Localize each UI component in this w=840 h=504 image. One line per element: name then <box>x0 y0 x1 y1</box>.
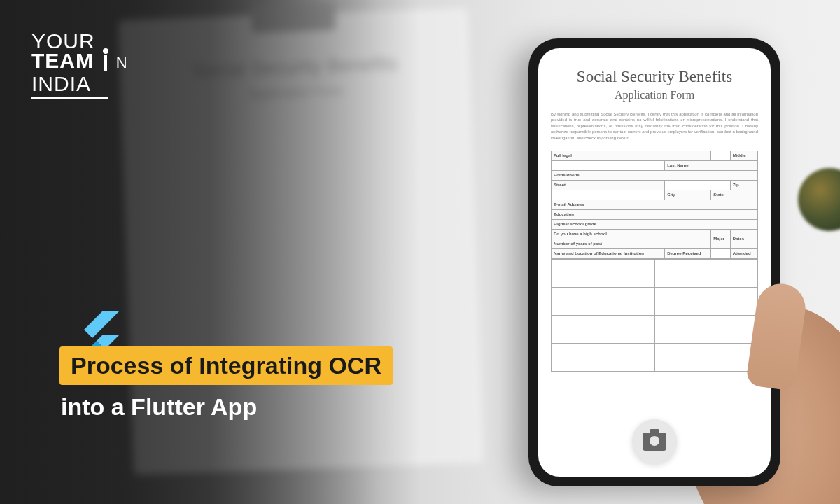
field-email: E-mail Address <box>552 200 758 209</box>
field-city: City <box>665 190 711 200</box>
logo-underline <box>31 97 108 99</box>
logo-line-1: YOUR <box>31 31 128 51</box>
field-attended: Attended <box>730 248 757 258</box>
field-major: Major <box>711 229 730 248</box>
field-zip: Zip <box>730 180 757 190</box>
field-home-phone: Home Phone <box>552 170 758 180</box>
field-full-legal: Full legal <box>552 150 711 160</box>
field-state: State <box>711 190 758 200</box>
field-years-post: Number of years of post <box>552 239 711 248</box>
field-high-school: Do you have a high school <box>552 229 711 239</box>
field-street: Street <box>552 180 665 190</box>
headline-plain: into a Flutter App <box>59 391 393 424</box>
field-degree: Degree Received <box>665 248 711 258</box>
globe-decoration <box>798 168 840 231</box>
field-last-name: Last Name <box>665 160 758 170</box>
phone-doc-subtitle: Application Form <box>551 89 758 102</box>
field-dates: Dates <box>730 229 757 248</box>
logo-line-2: TEAM <box>31 51 94 71</box>
camera-capture-button[interactable] <box>632 419 677 464</box>
logo-line-3: INDIA <box>31 74 91 94</box>
field-middle: Middle <box>730 150 757 160</box>
phone-doc-disclaimer: By signing and submitting Social Securit… <box>551 111 758 141</box>
person-icon <box>102 51 109 75</box>
camera-icon <box>643 433 666 451</box>
field-highest-grade: Highest school grade <box>552 219 758 229</box>
brand-logo: YOUR TEAM N INDIA <box>31 31 128 99</box>
phone-mockup: Social Security Benefits Application For… <box>528 38 780 486</box>
phone-screen: Social Security Benefits Application For… <box>538 48 771 477</box>
phone-form-table: Full legal Middle Last Name Home Phone S… <box>551 150 758 259</box>
phone-doc-title: Social Security Benefits <box>551 68 758 86</box>
headline-block: Process of Integrating OCR into a Flutte… <box>59 346 393 424</box>
field-institution: Name and Location of Educational Institu… <box>552 248 665 258</box>
headline-highlighted: Process of Integrating OCR <box>59 346 393 385</box>
phone-form-table-blank <box>551 259 758 372</box>
phone-frame: Social Security Benefits Application For… <box>528 38 780 486</box>
field-education: Education <box>552 209 758 219</box>
